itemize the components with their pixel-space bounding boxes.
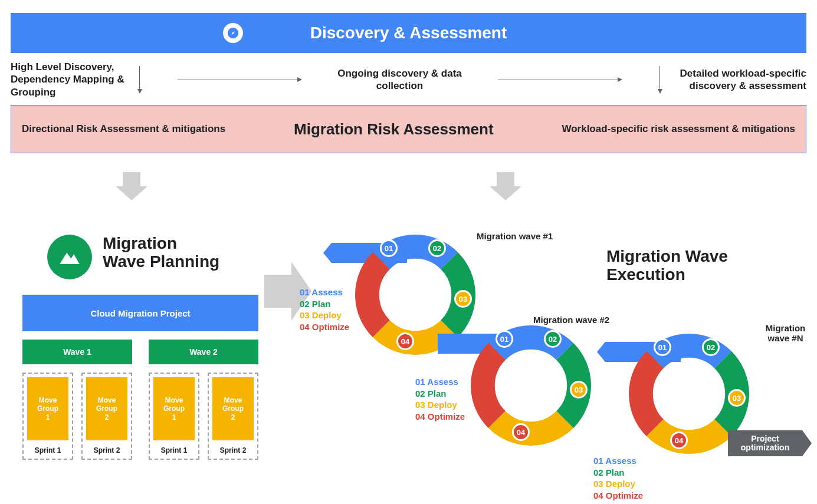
sprint-label: Sprint 1: [24, 442, 72, 459]
discovery-assessment-header: Discovery & Assessment: [11, 13, 806, 53]
ribbon-tail-icon: [597, 342, 605, 362]
move-group: Move Group 1: [153, 377, 195, 440]
ribbon-tail-icon: [323, 243, 332, 263]
project-bar: Cloud Migration Project: [22, 295, 258, 331]
right-arrow-icon: [178, 80, 301, 80]
wave-bar: Wave 1: [22, 340, 132, 364]
right-arrow-icon: [498, 80, 622, 80]
sprint-box: Move Group 1 Sprint 1: [22, 373, 73, 460]
discovery-right-label: Detailed workload-specific discovery & a…: [665, 67, 806, 93]
wave-label: Migration wave #N: [754, 323, 817, 344]
down-arrow-icon: [659, 66, 660, 93]
sprint-box: Move Group 2 Sprint 2: [208, 373, 258, 460]
sprint-box: Move Group 1 Sprint 1: [149, 373, 199, 460]
risk-title: Migration Risk Assessment: [294, 120, 494, 139]
down-arrow-icon: [139, 66, 140, 93]
step-badge: 02: [702, 338, 720, 356]
legend: 01 Assess 02 Plan 03 Deploy 04 Optimize: [593, 455, 643, 501]
sprint-label: Sprint 2: [83, 442, 131, 459]
step-badge: 01: [654, 338, 671, 356]
planning-title: Migration Wave Planning: [103, 235, 219, 271]
legend: 01 Assess 02 Plan 03 Deploy 04 Optimize: [300, 286, 349, 332]
wave-bar: Wave 2: [149, 340, 258, 364]
mountain-icon: [47, 235, 92, 279]
step-badge: 03: [570, 381, 588, 398]
step-badge: 02: [428, 239, 446, 257]
step-badge: 02: [544, 330, 562, 348]
big-down-arrow-icon: [490, 172, 521, 202]
legend: 01 Assess 02 Plan 03 Deploy 04 Optimize: [415, 376, 465, 422]
big-down-arrow-icon: [116, 172, 147, 202]
compass-icon: [223, 23, 243, 43]
risk-right-label: Workload-specific risk assessment & miti…: [562, 123, 795, 135]
execution-title: Migration Wave Execution: [606, 248, 728, 284]
step-badge: 04: [670, 431, 688, 449]
step-badge: 04: [512, 423, 530, 441]
header-title: Discovery & Assessment: [310, 24, 507, 42]
move-group: Move Group 2: [212, 377, 254, 440]
sprint-box: Move Group 2 Sprint 2: [81, 373, 132, 460]
discovery-left-label: High Level Discovery, Dependency Mapping…: [11, 61, 134, 98]
wave-donut: 01 02 03 04: [471, 325, 591, 446]
step-badge: 03: [728, 389, 746, 407]
discovery-flow-row: High Level Discovery, Dependency Mapping…: [11, 59, 806, 100]
step-badge: 03: [454, 290, 472, 308]
sprint-label: Sprint 1: [150, 442, 198, 459]
wave-label: Migration wave #2: [533, 315, 609, 325]
wave-label: Migration wave #1: [477, 231, 553, 241]
project-optimization-label: Project optimization: [728, 430, 802, 456]
move-group: Move Group 2: [86, 377, 127, 440]
discovery-center-label: Ongoing discovery & data collection: [335, 67, 465, 93]
sprint-label: Sprint 2: [209, 442, 257, 459]
risk-left-label: Directional Risk Assessment & mitigation…: [22, 123, 225, 135]
step-badge: 01: [496, 330, 513, 348]
migration-risk-band: Directional Risk Assessment & mitigation…: [11, 105, 806, 153]
move-group: Move Group 1: [27, 377, 68, 440]
step-badge: 04: [396, 332, 414, 350]
step-badge: 01: [380, 239, 398, 257]
